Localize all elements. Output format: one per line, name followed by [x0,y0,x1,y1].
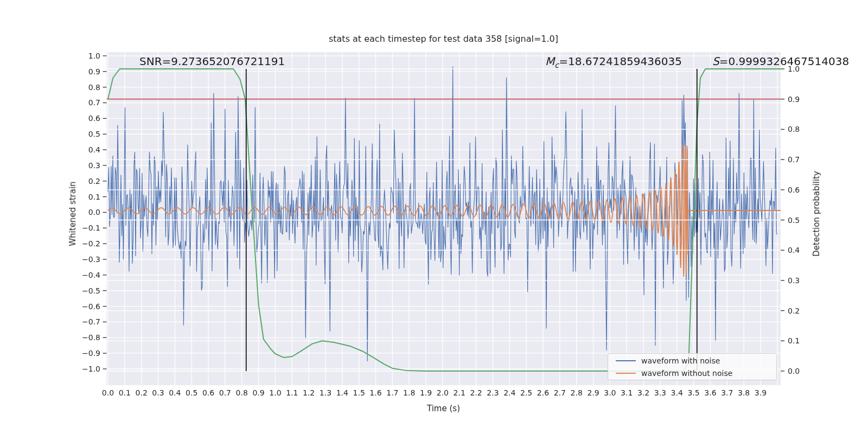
y-tick-label-left: 0.8 [88,83,100,92]
y-axis-label-left: Whitened strain [68,181,78,246]
legend-label: waveform without noise [641,368,732,379]
x-tick-label: 2.5 [520,388,532,397]
x-tick-label: 3.6 [704,388,716,397]
y-tick-label-left: −0.5 [82,286,100,295]
x-tick-label: 0.1 [119,388,131,397]
legend: waveform with noise waveform without noi… [608,353,777,380]
x-tick-label: 3.3 [654,388,666,397]
x-tick-label: 2.4 [503,388,515,397]
x-tick-label: 1.2 [303,388,315,397]
x-tick-label: 0.2 [136,388,148,397]
legend-item-waveform-without-noise: waveform without noise [608,368,776,379]
figure: stats at each timestep for test data 358… [0,0,868,434]
x-tick-label: 0.0 [102,388,114,397]
x-tick-label: 3.7 [721,388,733,397]
y-tick-label-left: 1.0 [88,52,100,60]
x-tick-label: 2.2 [470,388,482,397]
x-tick-label: 1.8 [403,388,415,397]
y-tick-label-right: 0.7 [788,155,800,164]
y-tick-label-left: 0.9 [88,67,100,76]
y-tick-label-left: 0.0 [88,208,100,216]
x-tick-label: 2.1 [454,388,465,397]
y-tick-label-left: −0.9 [82,349,100,358]
x-tick-label: 0.4 [169,388,181,397]
x-tick-label: 0.8 [236,388,248,397]
s-value: =0.9999326467514038 [719,55,849,68]
x-tick-label: 0.6 [202,388,214,397]
x-tick-label: 0.9 [252,388,264,397]
y-tick-label-left: −1.0 [82,365,100,373]
x-tick-label: 2.7 [554,388,566,397]
x-tick-label: 3.8 [738,388,750,397]
x-tick-label: 3.5 [687,388,699,397]
legend-line-orange [616,373,636,374]
x-tick-label: 2.8 [571,388,583,397]
x-tick-label: 1.7 [386,388,398,397]
y-tick-label-left: −0.8 [82,333,100,342]
y-tick-label-left: 0.6 [88,114,100,123]
x-tick-label: 1.5 [353,388,365,397]
x-tick-label: 1.0 [269,388,281,397]
legend-label: waveform with noise [641,355,720,366]
x-tick-label: 0.5 [186,388,197,397]
y-tick-label-left: 0.5 [88,130,100,138]
y-tick-label-left: −0.6 [82,302,100,311]
chirp-mass-value: =18.67241859436035 [559,55,682,68]
chart-title: stats at each timestep for test data 358… [106,34,781,44]
annotation-snr: SNR=9.273652076721191 [139,55,285,68]
x-tick-label: 2.0 [437,388,449,397]
y-tick-label-left: 0.2 [88,177,100,186]
legend-item-waveform-with-noise: waveform with noise [608,355,776,366]
y-axis-label-right: Detection probability [812,171,821,257]
y-tick-label-right: 0.8 [788,125,800,133]
x-tick-label: 2.6 [537,388,549,397]
x-tick-label: 1.3 [320,388,331,397]
y-tick-label-right: 0.3 [788,276,800,285]
x-tick-label: 3.4 [671,388,683,397]
y-tick-label-right: 1.0 [788,65,800,73]
y-tick-label-right: 0.5 [788,216,800,225]
y-tick-label-right: 0.4 [788,246,800,254]
x-tick-label: 2.3 [487,388,499,397]
chirp-mass-symbol: M [545,55,554,68]
chirp-mass-subscript: c [554,61,559,69]
y-tick-label-left: 0.4 [88,145,100,154]
annotation-s-stat: S=0.9999326467514038 [712,55,849,68]
x-tick-label: 3.0 [604,388,616,397]
y-tick-label-left: −0.3 [82,255,100,264]
y-tick-label-left: 0.1 [88,193,100,201]
legend-line-blue [616,360,636,361]
y-tick-label-left: 0.7 [88,98,100,107]
y-tick-label-right: 0.2 [788,307,800,315]
x-axis-label: Time (s) [106,404,781,413]
y-tick-label-right: 0.0 [788,367,800,375]
y-tick-label-left: 0.3 [88,161,100,170]
s-symbol: S [712,55,719,68]
annotation-chirp-mass: Mc=18.67241859436035 [545,55,682,69]
x-tick-label: 0.7 [219,388,231,397]
x-tick-label: 2.9 [587,388,599,397]
y-tick-label-left: −0.2 [82,239,100,248]
x-tick-label: 1.6 [369,388,381,397]
x-tick-label: 3.1 [621,388,633,397]
x-tick-label: 1.1 [286,388,298,397]
x-tick-label: 0.3 [152,388,164,397]
x-tick-label: 3.9 [755,388,767,397]
y-tick-label-right: 0.6 [788,186,800,194]
y-tick-label-left: −0.4 [82,271,100,279]
y-tick-label-left: −0.1 [82,224,100,232]
y-tick-label-right: 0.1 [788,336,800,345]
x-tick-label: 1.9 [420,388,432,397]
y-tick-label-right: 0.9 [788,95,800,104]
x-tick-label: 1.4 [336,388,348,397]
y-tick-label-left: −0.7 [82,317,100,326]
x-tick-label: 3.2 [637,388,649,397]
